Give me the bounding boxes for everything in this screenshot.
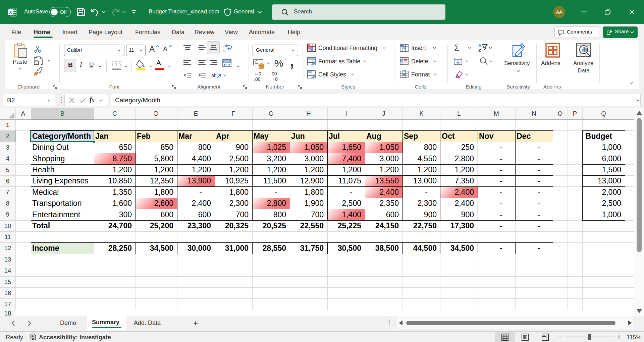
svg-text:Z: Z	[478, 48, 481, 52]
svg-text:c: c	[223, 48, 226, 52]
svg-text:ab: ab	[211, 73, 217, 78]
svg-text:ab: ab	[223, 44, 228, 48]
svg-text:A: A	[478, 44, 482, 48]
svg-text:X: X	[9, 10, 12, 15]
